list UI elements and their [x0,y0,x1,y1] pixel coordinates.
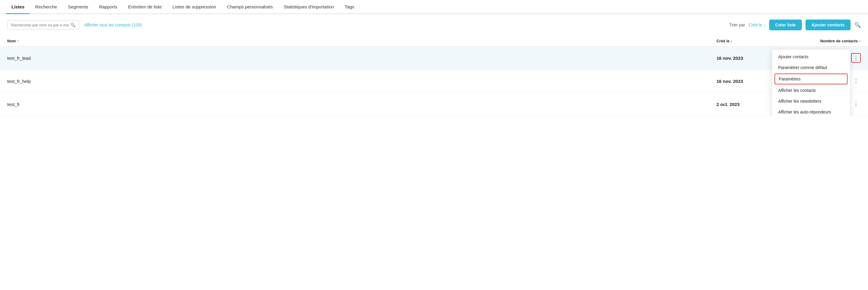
tab-statistiques[interactable]: Statistiques d'importation [278,0,339,13]
search-icon: 🔍 [70,23,75,27]
row-menu-button[interactable]: ⋮ [851,53,861,63]
context-menu: Ajouter contacts Paramétrer comme défaut… [772,49,850,116]
row-name: test_fr_help [7,79,716,84]
sort-dropdown[interactable]: Créé le ↓ [749,23,766,27]
sort-label: Trier par [730,23,745,27]
toolbar-right: Trier par Créé le ↓ Créer liste Ajouter … [730,20,861,30]
search-toolbar-icon[interactable]: 🔍 [854,22,861,28]
tab-listes[interactable]: Listes [6,0,30,13]
toolbar: 🔍 Afficher tous les contacts (100) Trier… [0,14,868,36]
tab-entretien[interactable]: Entretien de liste [123,0,167,13]
add-contacts-button[interactable]: Ajouter contacts [805,20,850,30]
row-name: test_fr_lead [7,56,716,61]
col-header-created[interactable]: Créé le ↓ [716,39,795,43]
menu-item-parametres[interactable]: Paramètres [775,74,847,84]
table-header: Nom ↑ Créé le ↓ Nombre de contacts ↑ [0,36,868,46]
search-input[interactable] [11,23,68,27]
menu-item-afficher-newsletters[interactable]: Afficher les newsletters [772,96,850,107]
table-row: test_fr 2 oct. 2023 ⋮ [0,93,868,116]
tab-suppression[interactable]: Listes de suppression [167,0,221,13]
sort-arrow-icon: ↓ [764,23,766,27]
search-box[interactable]: 🔍 [7,20,79,30]
tab-rapports[interactable]: Rapports [93,0,123,13]
menu-item-afficher-auto[interactable]: Afficher les auto-répondeurs [772,107,850,116]
tab-champs[interactable]: Champs personnalisés [221,0,278,13]
navigation-tabs: Listes Recherche Segments Rapports Entre… [0,0,868,14]
menu-item-parametrer[interactable]: Paramétrer comme défaut [772,62,850,73]
tab-tags[interactable]: Tags [339,0,360,13]
menu-item-afficher-contacts[interactable]: Afficher les contacts [772,85,850,96]
row-menu-button[interactable]: ⋮ [851,99,861,109]
row-name: test_fr [7,102,716,107]
show-all-link[interactable]: Afficher tous les contacts (100) [84,23,142,27]
row-menu-button[interactable]: ⋮ [851,76,861,86]
table-row: test_fr_lead 16 nov. 2023 ⋮ Ajouter cont… [0,46,868,70]
create-list-button[interactable]: Créer liste [769,20,802,30]
table-body: test_fr_lead 16 nov. 2023 ⋮ Ajouter cont… [0,46,868,116]
col-header-name[interactable]: Nom ↑ [7,39,716,43]
table-row: test_fr_help 16 nov. 2023 ⋮ [0,70,868,93]
tab-recherche[interactable]: Recherche [30,0,63,13]
tab-segments[interactable]: Segments [63,0,94,13]
menu-item-ajouter[interactable]: Ajouter contacts [772,51,850,62]
col-header-contacts[interactable]: Nombre de contacts ↑ [795,39,861,43]
sort-value-text: Créé le [749,23,762,27]
